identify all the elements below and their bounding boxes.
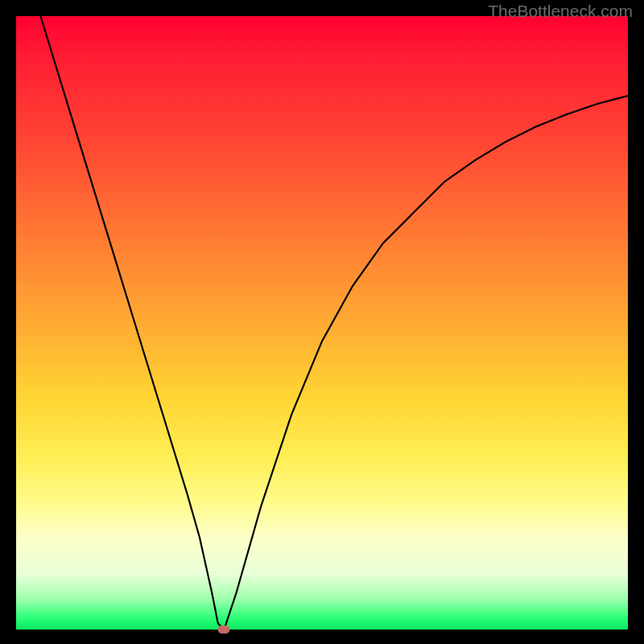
curve-path [40, 16, 628, 630]
plot-area [16, 16, 628, 630]
watermark-text: TheBottleneck.com [488, 2, 633, 21]
curve-svg [16, 16, 628, 630]
minimum-marker [218, 625, 230, 634]
chart-root: TheBottleneck.com [0, 0, 644, 644]
